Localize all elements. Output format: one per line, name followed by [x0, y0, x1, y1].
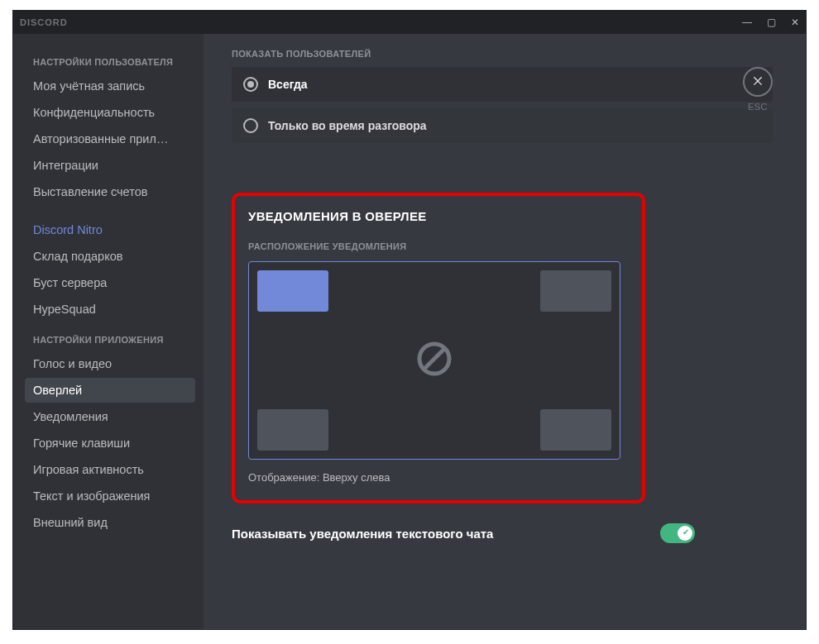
sidebar-header-app: НАСТРОЙКИ ПРИЛОЖЕНИЯ [33, 335, 195, 345]
window-controls: — ▢ ✕ [742, 17, 799, 28]
sidebar-item-text-images[interactable]: Текст и изображения [25, 484, 195, 508]
overlay-notifications-title: УВЕДОМЛЕНИЯ В ОВЕРЛЕЕ [248, 209, 629, 223]
app-window: DISCORD — ▢ ✕ НАСТРОЙКИ ПОЛЬЗОВАТЕЛЯ Моя… [12, 10, 807, 630]
position-top-right[interactable] [540, 270, 611, 312]
close-icon [751, 74, 764, 90]
overlay-notifications-highlight: УВЕДОМЛЕНИЯ В ОВЕРЛЕЕ РАСПОЛОЖЕНИЕ УВЕДО… [232, 193, 645, 503]
sidebar-item-authorized-apps[interactable]: Авторизованные прил… [25, 126, 195, 151]
settings-main: ESC ПОКАЗАТЬ ПОЛЬЗОВАТЕЛЕЙ Всегда Только… [204, 34, 806, 629]
radio-only-talking[interactable]: Только во время разговора [232, 108, 773, 143]
window-close-button[interactable]: ✕ [791, 17, 799, 28]
radio-selected-icon [243, 77, 258, 92]
sidebar-item-account[interactable]: Моя учётная запись [25, 74, 195, 98]
position-display-text: Отображение: Вверху слева [248, 471, 629, 484]
maximize-button[interactable]: ▢ [767, 17, 776, 28]
sidebar-item-notifications[interactable]: Уведомления [25, 404, 195, 429]
sidebar-item-hypesquad[interactable]: HypeSquad [25, 297, 195, 322]
sidebar-item-game-activity[interactable]: Игровая активность [25, 457, 195, 482]
radio-unselected-icon [243, 118, 258, 133]
position-disable-button[interactable] [414, 339, 454, 382]
position-bottom-left[interactable] [257, 409, 328, 451]
sidebar-item-keybinds[interactable]: Горячие клавиши [25, 431, 195, 456]
notification-position-selector [248, 261, 620, 460]
show-users-label: ПОКАЗАТЬ ПОЛЬЗОВАТЕЛЕЙ [232, 49, 773, 59]
sidebar-item-gift-inventory[interactable]: Склад подарков [25, 244, 195, 269]
sidebar-item-billing[interactable]: Выставление счетов [25, 179, 195, 204]
sidebar-item-privacy[interactable]: Конфиденциальность [25, 100, 195, 125]
titlebar: DISCORD — ▢ ✕ [13, 11, 806, 34]
notification-position-label: РАСПОЛОЖЕНИЕ УВЕДОМЛЕНИЯ [248, 241, 629, 251]
app-name: DISCORD [20, 17, 68, 27]
sidebar-item-appearance[interactable]: Внешний вид [25, 510, 195, 535]
disable-icon [414, 367, 454, 381]
body: НАСТРОЙКИ ПОЛЬЗОВАТЕЛЯ Моя учётная запис… [13, 34, 806, 629]
settings-sidebar: НАСТРОЙКИ ПОЛЬЗОВАТЕЛЯ Моя учётная запис… [13, 34, 204, 629]
radio-always-label: Всегда [268, 78, 308, 91]
sidebar-item-server-boost[interactable]: Буст сервера [25, 270, 195, 295]
check-icon: ✔ [682, 527, 689, 537]
position-top-left[interactable] [257, 270, 328, 312]
sidebar-header-user: НАСТРОЙКИ ПОЛЬЗОВАТЕЛЯ [33, 57, 195, 67]
sidebar-item-voice-video[interactable]: Голос и видео [25, 351, 195, 376]
text-chat-toggle[interactable]: ✔ [660, 523, 695, 543]
esc-label: ESC [743, 102, 773, 112]
radio-talking-label: Только во время разговора [268, 119, 427, 132]
sidebar-item-nitro[interactable]: Discord Nitro [25, 217, 195, 242]
close-esc-container: ESC [743, 67, 773, 112]
close-settings-button[interactable] [743, 67, 773, 97]
sidebar-item-overlay[interactable]: Оверлей [25, 378, 195, 403]
position-bottom-right[interactable] [540, 409, 611, 451]
radio-always[interactable]: Всегда [232, 67, 773, 102]
sidebar-item-integrations[interactable]: Интеграции [25, 153, 195, 178]
text-chat-notification-row: Показывать уведомления текстового чата ✔ [232, 523, 695, 543]
minimize-button[interactable]: — [742, 17, 752, 28]
text-chat-toggle-label: Показывать уведомления текстового чата [232, 527, 493, 541]
svg-line-1 [424, 349, 444, 369]
